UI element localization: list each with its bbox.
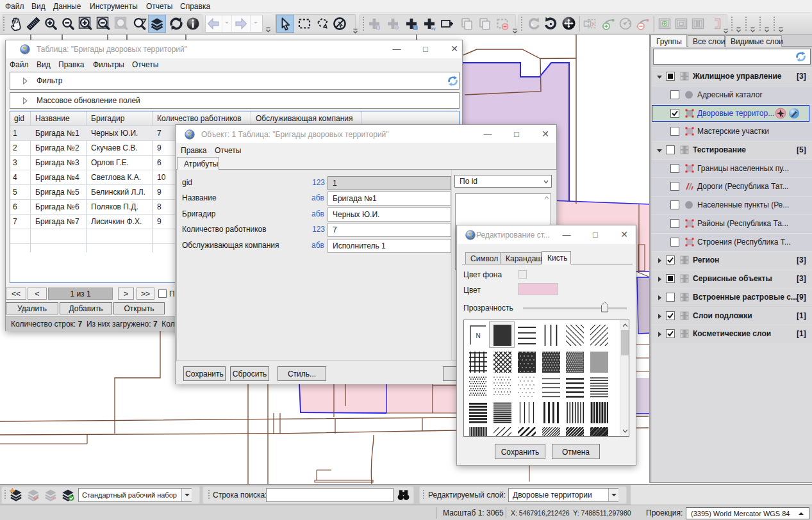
svg-text:xy: xy (431, 26, 436, 31)
svg-text:x: x (531, 22, 534, 28)
svg-text:N: N (476, 332, 480, 339)
